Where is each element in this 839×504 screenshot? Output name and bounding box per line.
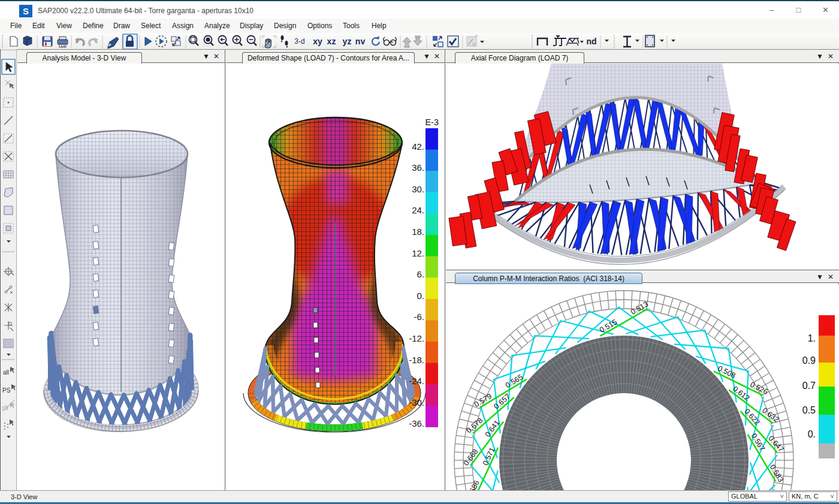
svg-text:3-d: 3-d [294, 37, 304, 46]
svg-text:24.: 24. [412, 205, 424, 215]
svg-text:30.: 30. [412, 184, 424, 194]
svg-text:-24.: -24. [409, 376, 424, 386]
svg-text:6.: 6. [417, 269, 424, 279]
svg-text:0.: 0. [417, 291, 424, 301]
svg-text:-18.: -18. [409, 355, 424, 365]
svg-text:-12.: -12. [409, 333, 424, 343]
svg-text:18.: 18. [412, 227, 424, 237]
svg-text:0.: 0. [808, 429, 816, 439]
svg-text:xz: xz [327, 37, 336, 46]
svg-text:all: all [3, 369, 9, 376]
svg-text:12.: 12. [412, 248, 424, 258]
svg-text:PS: PS [2, 387, 11, 394]
svg-text:nv: nv [355, 37, 366, 46]
svg-text:xy: xy [313, 37, 322, 46]
svg-text:36.: 36. [412, 162, 424, 173]
svg-text:yz: yz [343, 37, 352, 46]
svg-text:E-3: E-3 [425, 117, 439, 127]
svg-text:0.9: 0.9 [802, 355, 816, 366]
svg-text:0.5: 0.5 [802, 405, 816, 415]
svg-text:-36.: -36. [409, 418, 424, 428]
svg-text:1.: 1. [808, 333, 816, 343]
svg-text:0.7: 0.7 [802, 381, 816, 391]
svg-text:nd: nd [586, 37, 596, 46]
svg-text:-30.: -30. [409, 397, 424, 408]
svg-text:42.: 42. [412, 141, 424, 152]
svg-text:-6.: -6. [414, 312, 424, 322]
